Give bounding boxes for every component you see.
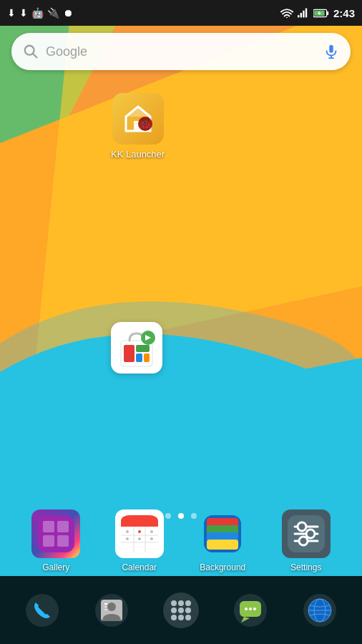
gallery-label: Gallery [42, 562, 69, 572]
usb-icon: 🔌 [47, 7, 59, 19]
svg-rect-3 [300, 13, 302, 17]
svg-rect-5 [305, 9, 307, 18]
svg-point-56 [26, 594, 59, 627]
contacts-icon [91, 590, 132, 631]
svg-point-38 [126, 530, 129, 533]
background-label: Background [200, 562, 245, 572]
page-dot-3[interactable] [191, 513, 197, 519]
svg-rect-30 [57, 535, 69, 547]
svg-point-77 [253, 608, 256, 610]
svg-point-41 [126, 537, 129, 540]
signal-icon [298, 8, 309, 18]
svg-rect-29 [43, 535, 54, 547]
svg-point-64 [171, 600, 177, 606]
search-bar[interactable]: Google [11, 33, 351, 70]
svg-point-76 [249, 608, 252, 610]
battery-icon [313, 9, 329, 18]
svg-marker-15 [126, 107, 150, 117]
gallery-app[interactable]: Gallery [31, 509, 80, 572]
kk-launcher-label: KK Launcher [111, 149, 165, 160]
record-icon: ⏺ [63, 7, 73, 19]
svg-rect-2 [298, 15, 299, 17]
svg-point-71 [178, 615, 184, 620]
svg-point-43 [150, 537, 153, 540]
svg-point-42 [138, 537, 141, 540]
svg-line-10 [33, 54, 36, 57]
svg-point-66 [185, 600, 191, 606]
svg-point-55 [299, 537, 308, 545]
svg-rect-48 [207, 540, 238, 550]
svg-rect-33 [121, 521, 158, 527]
nav-messaging[interactable] [216, 590, 285, 631]
kk-launcher-app[interactable]: 🐞 KK Launcher [111, 93, 165, 160]
android-icon: 🤖 [31, 7, 44, 19]
svg-point-1 [286, 17, 288, 18]
page-dot-2[interactable] [178, 513, 184, 519]
nav-phone[interactable] [7, 590, 77, 631]
svg-point-72 [185, 615, 191, 620]
status-bar: ⬇ ⬇ 🤖 🔌 ⏺ 2:43 [0, 0, 362, 26]
nav-bar [0, 576, 362, 644]
svg-point-65 [178, 600, 184, 606]
svg-text:🐞: 🐞 [140, 119, 150, 130]
nav-browser[interactable] [285, 590, 355, 631]
svg-rect-22 [136, 353, 142, 362]
kk-launcher-icon: 🐞 [112, 93, 164, 145]
svg-point-69 [185, 608, 191, 613]
status-icons-right: 2:43 [280, 7, 355, 19]
svg-rect-27 [43, 521, 54, 532]
svg-point-51 [298, 522, 306, 531]
svg-point-53 [306, 530, 315, 538]
background-app[interactable]: Background [198, 509, 247, 572]
wifi-icon [280, 8, 293, 18]
svg-rect-7 [327, 11, 328, 14]
page-indicator [0, 513, 362, 519]
apps-icon [160, 590, 202, 631]
messaging-icon [230, 590, 271, 631]
svg-point-59 [107, 602, 116, 611]
mic-icon[interactable] [323, 44, 339, 59]
svg-point-75 [245, 608, 248, 610]
play-store-app[interactable] [111, 322, 162, 374]
status-icons-left: ⬇ ⬇ 🤖 🔌 ⏺ [7, 7, 73, 19]
nav-contacts[interactable] [77, 590, 146, 631]
browser-icon [299, 590, 341, 631]
svg-rect-23 [144, 353, 150, 362]
svg-rect-21 [136, 345, 150, 352]
bottom-dock: Gallery Calendar [0, 509, 362, 572]
svg-point-40 [150, 530, 153, 533]
search-icon [23, 44, 39, 59]
svg-point-67 [171, 608, 177, 613]
svg-point-68 [178, 608, 184, 613]
status-time: 2:43 [333, 7, 355, 19]
calendar-label: Calendar [122, 562, 157, 572]
svg-rect-20 [124, 345, 134, 362]
play-store-icon [111, 322, 162, 374]
settings-app[interactable]: Settings [282, 509, 331, 572]
svg-rect-28 [57, 521, 69, 532]
calendar-app[interactable]: Calendar [115, 509, 164, 572]
svg-point-39 [138, 530, 141, 533]
svg-rect-4 [303, 11, 304, 18]
page-dot-1[interactable] [165, 513, 171, 519]
phone-icon [21, 590, 63, 631]
settings-label: Settings [290, 562, 321, 572]
svg-rect-11 [329, 45, 333, 53]
svg-rect-26 [37, 515, 74, 552]
download-icon-1: ⬇ [7, 7, 16, 19]
svg-point-70 [171, 615, 177, 620]
download-icon-2: ⬇ [19, 7, 28, 19]
nav-app-drawer[interactable] [146, 590, 215, 631]
search-text[interactable]: Google [46, 44, 323, 59]
